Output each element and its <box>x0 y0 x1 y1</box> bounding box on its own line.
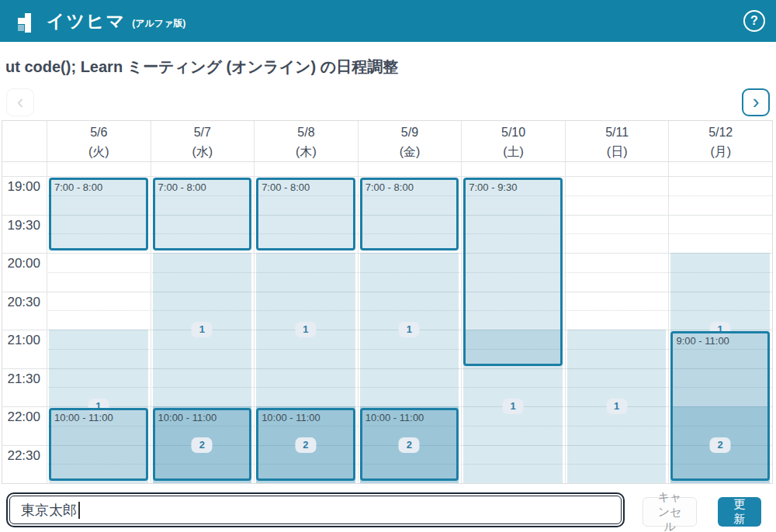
grid-header-row: 5/6(火)5/7(水)5/8(木)5/9(金)5/10(土)5/11(日)5/… <box>2 121 772 162</box>
chevron-right-icon: › <box>753 92 760 112</box>
time-label-21-30: 21:30 <box>2 371 40 387</box>
availability-count-badge: 1 <box>399 322 420 337</box>
calendar-body: 19:0019:3020:0020:3021:0021:3022:0022:30… <box>2 162 772 483</box>
day-weekday-label: (土) <box>462 142 565 161</box>
text-caret <box>78 502 80 519</box>
day-header-5-10: 5/10(土) <box>461 121 565 161</box>
time-label-19-30: 19:30 <box>2 218 40 233</box>
day-header-5-12: 5/12(月) <box>668 121 772 161</box>
alpha-version-label: (アルファ版) <box>132 17 185 30</box>
name-input-wrapper <box>6 492 625 527</box>
app-logo-icon <box>11 6 40 36</box>
availability-count-badge: 2 <box>192 437 213 453</box>
event-block[interactable]: 10:00 - 11:00 <box>49 408 148 481</box>
day-column-5-7[interactable]: 127:00 - 8:0010:00 - 11:00 <box>151 162 255 483</box>
day-weekday-label: (木) <box>255 142 358 161</box>
availability-count-badge: 1 <box>295 322 316 337</box>
day-header-5-8: 5/8(木) <box>254 121 358 161</box>
name-input[interactable] <box>9 496 622 524</box>
event-block[interactable]: 7:00 - 8:00 <box>360 178 459 250</box>
availability-count-badge: 1 <box>503 399 524 414</box>
time-label-20-00: 20:00 <box>2 256 40 271</box>
day-column-5-9[interactable]: 127:00 - 8:0010:00 - 11:00 <box>358 162 462 483</box>
day-date-label: 5/11 <box>566 123 669 142</box>
app-title: イツヒマ <box>47 9 126 33</box>
previous-week-button: ‹ <box>6 88 34 116</box>
event-block[interactable]: 7:00 - 8:00 <box>153 178 252 250</box>
event-time-label: 7:00 - 9:30 <box>466 180 560 193</box>
day-header-5-7: 5/7(水) <box>151 121 255 161</box>
day-weekday-label: (火) <box>47 142 151 161</box>
day-column-5-10[interactable]: 17:00 - 9:30 <box>461 162 565 483</box>
event-time-label: 7:00 - 8:00 <box>51 180 146 193</box>
day-column-5-12[interactable]: 129:00 - 11:00 <box>668 162 772 483</box>
availability-count-badge: 2 <box>399 437 420 453</box>
question-mark-glyph: ? <box>750 14 758 28</box>
chevron-left-icon: ‹ <box>17 92 24 112</box>
day-date-label: 5/12 <box>669 123 772 142</box>
time-label-21-00: 21:00 <box>2 333 40 348</box>
event-time-label: 7:00 - 8:00 <box>258 180 353 193</box>
availability-count-badge: 2 <box>295 437 316 453</box>
event-block[interactable]: 7:00 - 8:00 <box>49 178 148 250</box>
day-column-5-11[interactable]: 1 <box>565 162 669 483</box>
day-date-label: 5/9 <box>359 123 462 142</box>
event-block[interactable]: 9:00 - 11:00 <box>670 331 770 481</box>
day-date-label: 5/7 <box>151 123 255 142</box>
day-column-5-8[interactable]: 127:00 - 8:0010:00 - 11:00 <box>254 162 358 483</box>
day-column-5-6[interactable]: 17:00 - 8:0010:00 - 11:00 <box>47 162 151 483</box>
event-time-label: 10:00 - 11:00 <box>155 410 250 423</box>
time-label-19-00: 19:00 <box>2 179 40 195</box>
event-time-label: 7:00 - 8:00 <box>155 180 250 193</box>
day-header-5-11: 5/11(日) <box>565 121 669 161</box>
next-week-button[interactable]: › <box>742 88 770 116</box>
page-title: ut code(); Learn ミーティング (オンライン) の日程調整 <box>5 57 398 78</box>
event-time-label: 9:00 - 11:00 <box>673 333 767 347</box>
day-date-label: 5/8 <box>255 123 358 142</box>
top-header-bar: イツヒマ (アルファ版) ? <box>0 0 776 42</box>
time-label-22-30: 22:30 <box>2 448 40 464</box>
event-time-label: 10:00 - 11:00 <box>51 410 146 423</box>
availability-count-badge: 1 <box>192 322 213 337</box>
day-weekday-label: (月) <box>669 142 772 161</box>
event-time-label: 10:00 - 11:00 <box>362 410 457 423</box>
time-label-20-30: 20:30 <box>2 295 40 310</box>
day-weekday-label: (日) <box>566 142 669 161</box>
day-date-label: 5/6 <box>47 123 151 142</box>
event-block[interactable]: 7:00 - 9:30 <box>463 178 563 366</box>
day-header-5-9: 5/9(金) <box>358 121 462 161</box>
help-icon[interactable]: ? <box>743 10 765 32</box>
schedule-grid: 5/6(火)5/7(水)5/8(木)5/9(金)5/10(土)5/11(日)5/… <box>2 120 773 484</box>
day-weekday-label: (水) <box>151 142 255 161</box>
time-label-22-00: 22:00 <box>2 409 40 425</box>
app-window: イツヒマ (アルファ版) ? ut code(); Learn ミーティング (… <box>0 0 776 532</box>
availability-count-badge: 1 <box>606 399 627 414</box>
cancel-button[interactable]: キャンセル <box>643 497 697 527</box>
availability-count-badge: 2 <box>710 437 731 453</box>
day-date-label: 5/10 <box>462 123 565 142</box>
day-weekday-label: (金) <box>359 142 462 161</box>
event-block[interactable]: 7:00 - 8:00 <box>256 178 355 250</box>
day-header-5-6: 5/6(火) <box>47 121 151 161</box>
event-time-label: 7:00 - 8:00 <box>362 180 457 193</box>
update-button[interactable]: 更新 <box>718 497 761 527</box>
event-time-label: 10:00 - 11:00 <box>258 410 353 423</box>
